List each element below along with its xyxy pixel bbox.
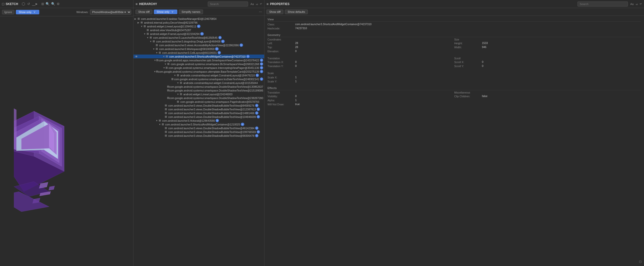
- tree-node-text-22: com.google.android.systemui.smartspace.D…: [169, 97, 263, 100]
- visibility-badge-16: V: [256, 74, 259, 77]
- tree-node-31[interactable]: ⊞com.android.launcher3.views.DoubleShado…: [133, 130, 264, 134]
- show-diff-prop-button[interactable]: Show diff: [266, 10, 283, 14]
- tree-arrow-10[interactable]: ▼: [156, 52, 159, 54]
- sketch-3d-layers: [14, 71, 120, 212]
- left-value: 28: [295, 41, 454, 45]
- hierarchy-search-input[interactable]: [208, 2, 248, 7]
- tree-node-20[interactable]: ⊞com.google.android.systemui.smartspace.…: [133, 88, 264, 92]
- zoom-out-icon[interactable]: 🔍: [46, 2, 50, 6]
- tree-node-text-15: com.google.android.systemui.smartspace.u…: [158, 70, 259, 73]
- tree-node-8[interactable]: ⊞com.android.launcher3.views.Accessibili…: [133, 43, 264, 47]
- tree-arrow-29[interactable]: ▼: [159, 123, 162, 126]
- tree-arrow-9[interactable]: ▼: [153, 48, 156, 50]
- tree-node-icon-21: ⊞: [180, 93, 183, 96]
- tree-node-21[interactable]: ▼⊞android.widget.LinearLayout@224246003: [133, 92, 264, 96]
- translation-label: Translation: [267, 57, 454, 60]
- tree-arrow-15[interactable]: ▼: [154, 70, 156, 73]
- tree-node-23[interactable]: ⊞com.google.android.systemui.smartspace.…: [133, 100, 264, 104]
- tree-node-5[interactable]: ▼⊞android.widget.FrameLayout@322194294V: [133, 32, 264, 36]
- tree-node-13[interactable]: ▼⊞com.google.android.systemui.smartspace…: [133, 62, 264, 66]
- tree-node-11[interactable]: 👁▼⊞com.android.launcher3.ShortcutAndWidg…: [133, 55, 264, 58]
- show-defaults-button[interactable]: Show defaults: [285, 10, 308, 14]
- visibility-badge-17: V: [260, 77, 263, 81]
- tree-node-30[interactable]: ⊞com.android.launcher3.views.DoubleShado…: [133, 126, 264, 130]
- tree-node-1[interactable]: ▶⊞com.android.launcher3.taskbar.TaskbarM…: [133, 17, 264, 21]
- tree-node-32[interactable]: ⊞com.android.launcher3.views.DoubleShado…: [133, 134, 264, 138]
- tree-node-28[interactable]: ▼⊞com.android.launcher3.Hotseat@12964356…: [133, 119, 264, 122]
- tree-node-text-32: com.android.launcher3.views.DoubleShadow…: [168, 134, 254, 137]
- tree-node-icon-17: ⊞: [171, 77, 174, 81]
- tree-arrow-5[interactable]: ▼: [144, 33, 147, 35]
- properties-search-input[interactable]: [578, 2, 628, 7]
- tree-arrow-3[interactable]: ▼: [141, 25, 144, 28]
- tree-node-17[interactable]: ⊞com.google.android.systemui.smartspace.…: [133, 77, 264, 81]
- nav-icon-1[interactable]: ⬡: [22, 2, 25, 6]
- scale-x-label: Scale X:: [267, 76, 295, 79]
- simplify-names-button[interactable]: Simplify names: [179, 10, 203, 14]
- tree-node-icon-9: ⊞: [156, 47, 159, 51]
- tree-node-27[interactable]: ⊞com.android.launcher3.views.DoubleShado…: [133, 115, 264, 119]
- top-row: Top: 28: [267, 46, 454, 49]
- tree-arrow-13[interactable]: ▼: [164, 63, 167, 65]
- clip-children-label: Clip Children:: [454, 95, 482, 98]
- nav-icon-2[interactable]: ↺: [27, 2, 30, 6]
- show-only-button[interactable]: Show only V: [16, 10, 39, 14]
- properties-icon: ≡: [266, 2, 268, 6]
- show-only-h-button[interactable]: Show only V: [154, 10, 177, 14]
- tree-node-icon-14: ⊞: [165, 66, 168, 69]
- tree-arrow-14[interactable]: ▼: [163, 67, 165, 69]
- tree-node-3[interactable]: ▼⊞android.widget.LinearLayout@110949111V: [133, 24, 264, 28]
- tree-node-text-24: com.android.launcher3.views.DoubleShadow…: [168, 104, 254, 107]
- tree-node-12[interactable]: ▼⊞com.google.android.apps.nexuslauncher.…: [133, 58, 264, 62]
- tree-arrow-21[interactable]: ▼: [177, 93, 180, 96]
- ty-label: Translation Y:: [267, 64, 295, 68]
- tree-arrow-11[interactable]: ▼: [163, 55, 166, 58]
- ignore-button[interactable]: Ignore: [2, 10, 14, 14]
- tree-node-19[interactable]: ⊞com.google.android.systemui.smartspace.…: [133, 85, 264, 88]
- tree-node-7[interactable]: ▼⊞com.android.launcher3.dragndrop.DragLa…: [133, 39, 264, 43]
- scale-x-row: Scale X: 1: [267, 76, 641, 79]
- nav-icon-4[interactable]: ⊞: [41, 2, 44, 6]
- tree-arrow-12[interactable]: ▼: [154, 59, 156, 62]
- eye-icon-11[interactable]: 👁: [135, 55, 138, 58]
- show-diff-button[interactable]: Show diff: [135, 10, 152, 14]
- tree-node-14[interactable]: ▼⊞com.google.android.systemui.smartspace…: [133, 66, 264, 70]
- tree-arrow-2[interactable]: ▶: [138, 21, 141, 24]
- width-row: Width: 946: [454, 46, 641, 49]
- tree-node-24[interactable]: ⊞com.android.launcher3.views.DoubleShado…: [133, 104, 264, 107]
- tree-node-icon-6: ⊞: [150, 36, 153, 39]
- tree-node-29[interactable]: ▼⊞com.android.launcher3.ShortcutAndWidge…: [133, 122, 264, 126]
- tree-arrow-7[interactable]: ▼: [150, 40, 153, 43]
- settings-icon[interactable]: ⚙: [57, 2, 60, 6]
- tree-node-9[interactable]: ▼⊞com.android.launcher3.Workspace@581009…: [133, 47, 264, 51]
- tree-node-25[interactable]: ⊞com.android.launcher3.views.DoubleShado…: [133, 107, 264, 111]
- windows-select[interactable]: PhoneWindow@ad699de ▾: [90, 10, 131, 15]
- tree-node-16[interactable]: ▼⊞androidx.constraintlayout.widget.Const…: [133, 73, 264, 77]
- tree-arrow-6[interactable]: ▼: [147, 36, 150, 39]
- tree-node-4[interactable]: ⊞android.view.ViewStub@63475287: [133, 28, 264, 32]
- height-label: Height:: [454, 41, 482, 45]
- tree-node-18[interactable]: ▼⊞androidx.constraintlayout.widget.Const…: [133, 81, 264, 85]
- font-icon: ₐᵦ: [256, 2, 258, 6]
- tree-arrow-1[interactable]: ▶: [134, 18, 138, 20]
- zoom-in-icon[interactable]: 🔍: [51, 2, 55, 6]
- tree-node-2[interactable]: ▶⊞android.internal.policy.DecorView@8210…: [133, 21, 264, 24]
- tree-node-15[interactable]: ▼⊞com.google.android.systemui.smartspace…: [133, 70, 264, 73]
- nav-icon-3[interactable]: ⎯⎯►: [32, 2, 38, 6]
- tree-node-6[interactable]: ▼⊞com.android.launcher3.LauncherRootView…: [133, 36, 264, 39]
- tree-arrow-18[interactable]: ▼: [177, 82, 180, 84]
- translation-section: Translation Translation X: 0 Translation…: [267, 57, 641, 68]
- properties-content: View Class: com.android.launcher3.Shortc…: [264, 16, 644, 266]
- tree-node-26[interactable]: ⊞com.android.launcher3.views.DoubleShado…: [133, 111, 264, 115]
- sy-row: Scroll Y: 0: [454, 64, 641, 68]
- prop-case-icon: Aa: [630, 3, 634, 6]
- sy-value: 0: [482, 64, 641, 67]
- tree-node-22[interactable]: ⊞com.google.android.systemui.smartspace.…: [133, 96, 264, 100]
- more-options-icon[interactable]: ···: [259, 10, 262, 14]
- sketch-panel: □ SKETCH ⬡ ↺ ⎯⎯► ⊞ 🔍 🔍 ⚙ Ignore Show onl…: [0, 0, 133, 266]
- tree-arrow-28[interactable]: ▼: [156, 119, 159, 122]
- scale-section: Scale Scale X: 1 Scale Y: 1: [267, 72, 641, 83]
- tree-node-10[interactable]: ▼⊞com.android.launcher3.CellLayout@66104…: [133, 51, 264, 55]
- tree-arrow-16[interactable]: ▼: [174, 74, 177, 77]
- tx-label: Translation X:: [267, 60, 295, 64]
